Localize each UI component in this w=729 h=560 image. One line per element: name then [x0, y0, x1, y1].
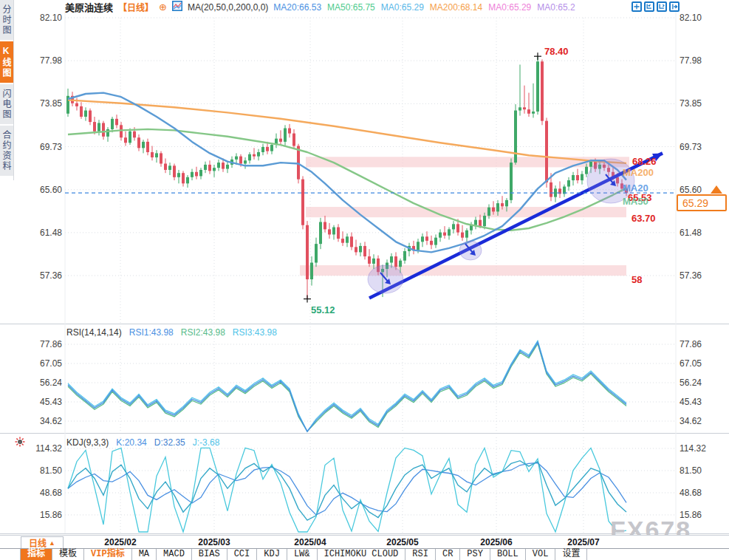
chart-text: MA50 — [623, 196, 648, 207]
indicator-value: K:20.34 — [116, 437, 146, 448]
chart-header: 美原油连续 【日线】 ⊕ MA(20,50,0,200,0,0) MA20:66… — [65, 1, 581, 13]
chart-text: 82.10 — [40, 13, 62, 23]
chart-text: 114.32 — [35, 443, 62, 454]
month-label: 2025/07 — [567, 537, 599, 547]
exit-chart-icon[interactable] — [669, 1, 680, 12]
toolbar-item-templates[interactable]: 模板 — [52, 549, 84, 560]
chart-text: 45.43 — [40, 397, 62, 407]
period-label: 日线 — [29, 536, 47, 549]
indicator-toolbar: 指标模板VIP指标MAMACDBIASCCIKDJLW&ICHIMOKU CLO… — [0, 548, 729, 560]
chart-text: 61.48 — [680, 228, 702, 238]
month-label: 2025/03 — [198, 537, 230, 547]
indicator-value: J:-3.68 — [193, 437, 220, 448]
month-label: 2025/05 — [386, 537, 418, 547]
axis-pointer-icon[interactable] — [657, 1, 667, 12]
chart-text: 63.70 — [632, 213, 656, 224]
move-crosshair-icon[interactable] — [632, 1, 642, 12]
ma-legend-value: MA0:65.29 — [488, 2, 531, 13]
indicator-value: RSI3:43.98 — [233, 327, 277, 338]
chart-text: MA200 — [623, 167, 654, 178]
month-label: 2025/06 — [480, 537, 512, 547]
chart-text: 56.24 — [40, 378, 62, 388]
toolbar-item-rsi[interactable]: RSI — [405, 549, 436, 560]
period-arrow-icon: ▲ — [49, 539, 55, 547]
toolbar-item-kdj[interactable]: KDJ — [257, 549, 287, 560]
chart-text: 69.73 — [40, 142, 62, 152]
ma-legend-value: MA50:65.75 — [327, 2, 375, 13]
chart-text: 77.98 — [680, 55, 702, 66]
chart-text: 48.68 — [680, 488, 702, 498]
kdj-pane-header: KDJ(9,3,3) K:20.34D:32.35J:-3.68 — [66, 437, 227, 448]
x-axis-months: 2025/022025/032025/042025/052025/062025/… — [0, 535, 729, 549]
rsi-pane-header: RSI(14,14,14) RSI1:43.98RSI2:43.98RSI3:4… — [66, 327, 284, 338]
chart-text: 57.36 — [680, 270, 702, 281]
symbol-title: 美原油连续 — [65, 0, 113, 14]
current-price-badge: 65.29 — [677, 194, 727, 211]
kdj-title: KDJ(9,3,3) — [66, 437, 109, 448]
ma-legend-value: MA0:65.2 — [537, 2, 575, 13]
chart-text: 68.26 — [632, 156, 657, 167]
chart-text: 61.48 — [40, 228, 62, 238]
toolbar-spacer — [0, 549, 21, 560]
ma-legend-value: MA20:66.53 — [273, 2, 321, 13]
chart-text: 67.05 — [680, 358, 702, 369]
chart-text: 69.73 — [680, 142, 702, 152]
indicator-value: RSI1:43.98 — [129, 327, 174, 338]
toolbar-item-cci[interactable]: CCI — [227, 549, 258, 560]
toolbar-item-ichimoku-cloud[interactable]: ICHIMOKU CLOUD — [318, 549, 406, 560]
chart-text: MA20 — [623, 182, 648, 194]
indicator-value: D:32.35 — [154, 437, 185, 448]
chart-text: 77.86 — [680, 339, 702, 349]
chart-text: 65.60 — [680, 185, 702, 195]
chart-application: { "header":{ "title":"美原油连续", "period_ta… — [0, 0, 729, 560]
period-selector-button[interactable]: 日线 ▲ — [21, 536, 64, 549]
ma-formula: MA(20,50,0,200,0,0) — [188, 2, 268, 13]
chart-text: 34.62 — [40, 416, 62, 426]
drawing-tool-sun-icon[interactable] — [15, 437, 25, 450]
indicator-value: RSI2:43.98 — [181, 327, 225, 338]
chart-text: 81.50 — [40, 465, 62, 476]
toolbar-item-psy[interactable]: PSY — [460, 549, 490, 560]
chart-text: 114.32 — [680, 443, 706, 454]
chart-text: 82.10 — [680, 13, 702, 23]
toolbar-item-ma[interactable]: MA — [132, 549, 157, 560]
chart-text: 65.60 — [40, 185, 62, 195]
mini-chart-icon[interactable] — [172, 1, 182, 13]
ma-legend-value: MA0:65.29 — [381, 2, 424, 13]
toolbar-item-settings[interactable]: 设置 — [555, 549, 587, 560]
chart-text: 34.62 — [680, 416, 702, 426]
month-label: 2025/02 — [104, 537, 136, 547]
toolbar-item-indicators[interactable]: 指标 — [21, 549, 52, 560]
ma-legend-value: MA200:68.14 — [430, 2, 482, 13]
toolbar-item-cr[interactable]: CR — [436, 549, 460, 560]
chart-text: 55.12 — [311, 304, 335, 315]
toolbar-item-lw[interactable]: LW& — [287, 549, 318, 560]
chart-text: 77.98 — [40, 55, 62, 66]
chart-canvas[interactable]: 78.4055.1268.2665.5363.7058MA200MA20MA50… — [0, 0, 729, 560]
toolbar-item-macd[interactable]: MACD — [157, 549, 192, 560]
toolbar-item-vol[interactable]: VOL — [526, 549, 556, 560]
period-tag: 【日线】 — [118, 1, 154, 13]
toolbar-item-vip-indicators[interactable]: VIP指标 — [84, 549, 132, 560]
chart-text: 58 — [632, 274, 642, 285]
month-label: 2025/04 — [294, 537, 326, 547]
chart-text: 77.86 — [40, 339, 62, 349]
chart-text: 15.86 — [40, 510, 62, 520]
toolbar-item-bias[interactable]: BIAS — [192, 549, 227, 560]
chart-text: 45.43 — [680, 397, 702, 407]
chart-text: 73.85 — [680, 98, 702, 109]
chart-text: 48.68 — [40, 488, 62, 498]
chart-text: 81.50 — [680, 465, 702, 476]
add-circle-icon[interactable]: ⊕ — [159, 2, 167, 12]
toolbar-item-boll[interactable]: BOLL — [490, 549, 526, 560]
kdj-values: K:20.34D:32.35J:-3.68 — [116, 437, 227, 448]
chart-text: 67.05 — [40, 358, 62, 369]
chart-text: 56.24 — [680, 378, 702, 388]
rsi-values: RSI1:43.98RSI2:43.98RSI3:43.98 — [129, 327, 284, 338]
chart-text: 78.40 — [544, 46, 569, 57]
axis-scale-icon[interactable] — [644, 1, 654, 12]
chart-toolbar-icons — [632, 1, 680, 12]
chart-text: 73.85 — [40, 98, 62, 109]
ma-legend: MA20:66.53MA50:65.75MA0:65.29MA200:68.14… — [273, 2, 581, 13]
chart-text: 57.36 — [40, 270, 62, 281]
